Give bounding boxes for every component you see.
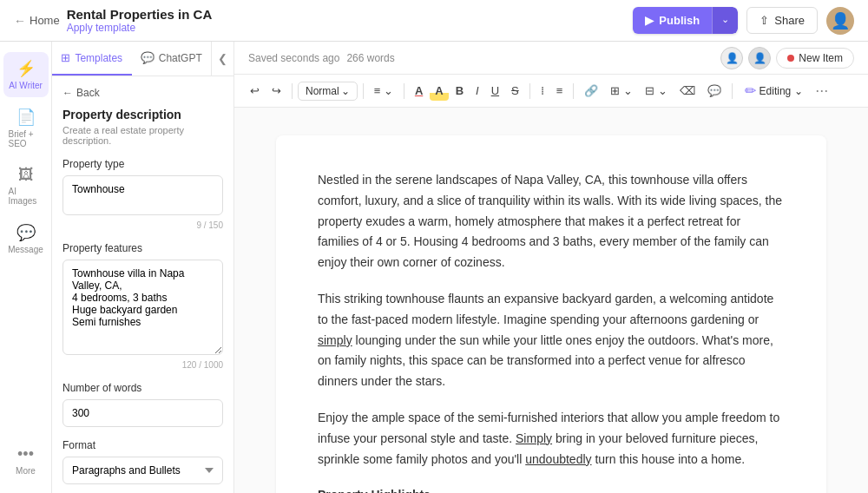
toolbar: ↩ ↪ Normal ⌄ ≡ ⌄ A A B I U S ⁞ ≡ 🔗 ⊞ ⌄ ⊟… [234,75,868,108]
header-left: ← Home Rental Properties in CA Apply tem… [14,7,212,34]
section-title: Property Highlights [318,485,785,493]
property-features-char-count: 120 / 1000 [62,360,223,370]
brief-seo-label: Brief + SEO [9,129,43,148]
number-of-words-input[interactable] [62,399,223,427]
toolbar-separator-3 [404,83,404,99]
collab-icon[interactable]: 👤 [720,47,743,69]
bold-button[interactable]: B [450,81,469,101]
home-icon: ← [14,14,26,28]
toolbar-separator-5 [573,83,574,99]
style-select[interactable]: Normal ⌄ [298,82,358,101]
new-item-badge[interactable]: New Item [776,48,854,69]
media-button[interactable]: ⊞ ⌄ [605,81,638,101]
templates-tab-label: Templates [75,52,122,64]
style-chevron-icon: ⌄ [341,85,350,97]
tab-chatgpt[interactable]: 💬 ChatGPT [132,42,212,76]
share-icon: ⇧ [760,14,769,27]
publish-dropdown[interactable]: ⌄ [712,7,738,34]
italic-button[interactable]: I [470,81,484,101]
home-label: Home [30,14,60,27]
table-button[interactable]: ⊟ ⌄ [640,81,673,101]
new-item-label: New Item [799,52,843,64]
share-button[interactable]: ⇧ Share [746,7,818,34]
sidebar-item-ai-writer[interactable]: ⚡ AI Writer [3,52,49,97]
editing-dot-icon: ✏ [745,82,756,99]
editing-badge[interactable]: ✏ Editing ⌄ [738,80,811,102]
apply-template-link[interactable]: Apply template [67,22,213,34]
toolbar-separator-4 [529,83,530,99]
property-features-input[interactable]: Townhouse villa in Napa Valley, CA, 4 be… [62,260,223,355]
ai-writer-label: AI Writer [9,81,43,90]
publish-label: Publish [659,14,700,27]
editing-label: Editing [760,85,792,97]
publish-play-icon: ▶ [645,14,654,27]
word-count: 266 words [346,52,394,64]
property-type-field: Property type Townhouse 9 / 150 [62,158,223,230]
home-link[interactable]: ← Home [14,14,60,28]
property-type-char-count: 9 / 150 [62,220,223,230]
paragraph-3: Enjoy the ample space of the semi-furnis… [318,408,785,470]
red-dot [787,55,794,62]
redo-button[interactable]: ↪ [266,81,286,101]
avatar[interactable]: 👤 [826,7,854,35]
back-icon: ← [62,87,73,99]
publish-button[interactable]: ▶ Publish [633,7,712,34]
panel-collapse-button[interactable]: ❮ [211,42,233,76]
message-icon: 💬 [16,223,36,242]
panel-content: ← Back Property description Create a rea… [52,76,233,493]
left-nav: ⚡ AI Writer 📄 Brief + SEO 🖼 AI Images 💬 … [0,42,52,493]
tab-templates[interactable]: ⊞ Templates [52,42,132,76]
bullet-list-button[interactable]: ⁞ [536,81,549,101]
ai-images-label: AI Images [9,187,43,206]
sidebar-item-brief-seo[interactable]: 📄 Brief + SEO [3,101,49,155]
number-of-words-field: Number of words [62,382,223,427]
sidebar-item-message[interactable]: 💬 Message [3,216,49,261]
property-type-input[interactable]: Townhouse [62,175,223,215]
toolbar-more-button[interactable]: ··· [812,82,832,100]
format-label: Format [62,439,223,451]
font-color-button[interactable]: A [410,81,428,101]
panel: ⊞ Templates 💬 ChatGPT ❮ ← Back Property … [52,42,234,493]
property-type-label: Property type [62,158,223,170]
align-button[interactable]: ≡ ⌄ [369,81,398,101]
more-icon: ••• [17,445,34,463]
format-select[interactable]: Paragraphs and Bullets Paragraphs Bullet… [62,457,223,484]
clear-button[interactable]: ⌫ [674,81,700,101]
number-list-button[interactable]: ≡ [551,81,569,101]
back-button[interactable]: ← Back [62,87,223,99]
editor-inner[interactable]: Nestled in the serene landscapes of Napa… [276,135,826,493]
template-heading: Property description [62,108,223,122]
ai-images-icon: 🖼 [18,166,34,184]
panel-tabs: ⊞ Templates 💬 ChatGPT ❮ [52,42,233,76]
number-of-words-label: Number of words [62,382,223,394]
brief-seo-icon: 📄 [16,108,36,127]
editor-topbar-left: Saved seconds ago 266 words [248,52,395,64]
saved-status: Saved seconds ago [248,52,339,64]
strikethrough-button[interactable]: S [506,81,524,101]
style-value: Normal [306,85,339,97]
sidebar-item-more[interactable]: ••• More [3,438,49,483]
underline-button[interactable]: U [486,81,504,101]
title-group: Rental Properties in CA Apply template [67,7,213,34]
undo-button[interactable]: ↩ [245,81,265,101]
editor-topbar: Saved seconds ago 266 words 👤 👤 New Item [234,42,868,75]
property-features-field: Property features Townhouse villa in Nap… [62,242,223,370]
comment-button[interactable]: 💬 [702,81,727,101]
template-desc: Create a real estate property descriptio… [62,125,223,146]
editor-content: Nestled in the serene landscapes of Napa… [234,108,868,493]
link-button[interactable]: 🔗 [579,81,603,101]
user-avatar-icon[interactable]: 👤 [748,47,771,69]
ai-writer-icon: ⚡ [16,59,36,78]
sidebar-item-ai-images[interactable]: 🖼 AI Images [3,159,49,213]
more-label: More [16,466,36,476]
editor-topbar-right: 👤 👤 New Item [720,47,854,69]
format-field: Format Paragraphs and Bullets Paragraphs… [62,439,223,484]
highlight-button[interactable]: A [430,81,448,101]
editing-chevron-icon: ⌄ [794,85,803,97]
page-title: Rental Properties in CA [67,7,213,22]
editor-area: Saved seconds ago 266 words 👤 👤 New Item… [234,42,868,493]
main-layout: ⚡ AI Writer 📄 Brief + SEO 🖼 AI Images 💬 … [0,42,868,493]
paragraph-1: Nestled in the serene landscapes of Napa… [318,170,785,273]
property-features-label: Property features [62,242,223,254]
app-header: ← Home Rental Properties in CA Apply tem… [0,0,868,42]
